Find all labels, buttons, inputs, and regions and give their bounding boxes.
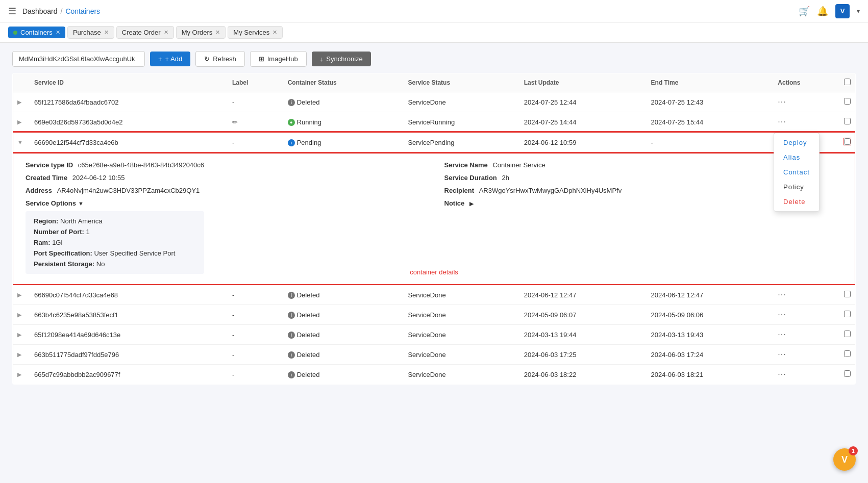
container-status-cell: i Deleted [282,305,402,325]
cart-icon[interactable]: 🛒 [799,6,810,17]
actions-cell[interactable]: ··· [772,305,840,325]
tab-create-order-close[interactable]: ✕ [164,29,168,36]
actions-cell[interactable]: ··· [772,92,840,112]
status-badge: ● Running [288,118,321,126]
tab-containers-label: Containers [20,29,53,36]
tab-purchase[interactable]: Purchase ✕ [67,26,114,39]
checkbox-cell[interactable] [840,365,855,385]
sync-label: Synchronize [326,55,363,63]
service-id-cell: 665d7c99abbdbb2ac909677f [28,365,226,385]
tab-my-orders-close[interactable]: ✕ [215,29,220,36]
checkbox-cell[interactable] [840,285,855,305]
status-icon: i [288,99,295,106]
status-icon: i [288,371,295,378]
service-status-cell: ServiceDone [402,325,517,345]
option-item-region: Region: North America [34,217,196,225]
container-status-cell: i Deleted [282,325,402,345]
context-menu-contact[interactable]: Contact [774,165,819,180]
expand-cell[interactable]: ▶ [13,92,28,112]
row-checkbox[interactable] [844,370,851,377]
service-status-cell: ServiceDone [402,92,517,112]
status-text: Deleted [297,98,320,106]
actions-cell[interactable]: ··· [772,112,840,133]
user-dropdown-icon[interactable]: ▾ [857,8,860,15]
expand-cell[interactable]: ▶ [13,112,28,133]
row-checkbox[interactable] [844,138,851,145]
detail-label: Service type ID [26,161,73,169]
expand-cell[interactable]: ▶ [13,325,28,345]
end-time-cell: 2024-05-09 06:06 [645,305,772,325]
row-checkbox[interactable] [844,118,851,124]
expand-cell[interactable]: ▶ [13,365,28,385]
checkbox-cell[interactable] [840,112,855,133]
actions-cell[interactable]: ··· [772,365,840,385]
tab-containers[interactable]: Containers ✕ [8,27,65,38]
refresh-icon: ↻ [204,55,210,63]
checkbox-cell[interactable] [840,92,855,112]
context-menu-alias[interactable]: Alias [774,150,819,165]
user-avatar[interactable]: V [835,4,850,18]
row-checkbox[interactable] [844,350,851,357]
option-item-ports: Number of Port: 1 [34,228,196,236]
end-time-cell: 2024-06-03 18:21 [645,365,772,385]
tab-my-services-close[interactable]: ✕ [272,29,277,36]
context-menu: Deploy Alias Contact Policy Delete [774,133,820,212]
last-update-cell: 2024-06-03 18:22 [518,365,645,385]
bell-icon[interactable]: 🔔 [817,6,828,17]
imagehub-button[interactable]: ⊞ ImageHub [250,51,307,67]
tab-my-services-label: My Services [233,29,269,36]
label-cell[interactable]: ✏ [226,112,282,133]
service-options-header[interactable]: Service Options ▼ [26,199,424,207]
th-label: Label [226,73,282,92]
status-badge: i Deleted [288,291,320,299]
actions-cell[interactable]: ··· [772,325,840,345]
last-update-cell: 2024-07-25 14:44 [518,112,645,133]
tab-purchase-close[interactable]: ✕ [104,29,109,36]
status-badge: i Pending [288,139,321,146]
status-badge: i Deleted [288,351,320,359]
container-status-cell: i Deleted [282,345,402,365]
checkbox-cell[interactable] [840,305,855,325]
row-checkbox[interactable] [844,98,851,105]
tab-create-order[interactable]: Create Order ✕ [116,26,174,39]
context-menu-deploy[interactable]: Deploy [774,135,819,150]
hamburger-icon[interactable]: ☰ [8,6,16,17]
checkbox-cell[interactable] [840,325,855,345]
actions-cell[interactable]: ··· [772,345,840,365]
search-input[interactable] [12,51,145,67]
service-id-cell: 66690c07f544cf7d33ca4e68 [28,285,226,305]
tabs-bar: Containers ✕ Purchase ✕ Create Order ✕ M… [0,22,868,43]
row-checkbox[interactable] [844,291,851,297]
actions-cell[interactable]: ··· Deploy Alias Contact Policy Delete [772,132,840,152]
checkbox-cell[interactable] [840,132,855,152]
end-time-cell: 2024-06-03 17:24 [645,345,772,365]
breadcrumb-dashboard[interactable]: Dashboard [22,7,58,15]
context-menu-delete[interactable]: Delete [774,194,819,209]
checkbox-cell[interactable] [840,345,855,365]
synchronize-button[interactable]: ↓ Synchronize [312,52,371,66]
actions-cell[interactable]: ··· [772,285,840,305]
detail-value: 2h [502,174,509,182]
status-text: Deleted [297,351,320,359]
expand-cell[interactable]: ▶ [13,285,28,305]
expand-cell[interactable]: ▶ [13,305,28,325]
status-badge: i Deleted [288,331,320,339]
table-row: ▶ 65f12098ea414a69d646c13e - i Deleted S… [13,325,855,345]
select-all-checkbox[interactable] [844,79,851,85]
add-button[interactable]: + + Add [150,52,190,66]
table-row: ▶ 65f1217586da64fbaadc6702 - i Deleted S… [13,92,855,112]
label-cell: - [226,92,282,112]
tab-containers-close[interactable]: ✕ [56,29,60,36]
row-checkbox[interactable] [844,311,851,317]
refresh-button[interactable]: ↻ Refresh [195,51,245,67]
nav-icons: 🛒 🔔 V ▾ [799,4,860,18]
expand-cell[interactable]: ▶ [13,345,28,365]
tab-my-orders[interactable]: My Orders ✕ [176,26,226,39]
context-menu-policy[interactable]: Policy [774,180,819,194]
imagehub-icon: ⊞ [259,55,264,63]
status-text: Deleted [297,311,320,319]
row-checkbox[interactable] [844,331,851,337]
expand-cell[interactable]: ▼ [13,132,28,152]
tab-my-services[interactable]: My Services ✕ [228,26,283,39]
option-value: 1 [86,228,90,236]
